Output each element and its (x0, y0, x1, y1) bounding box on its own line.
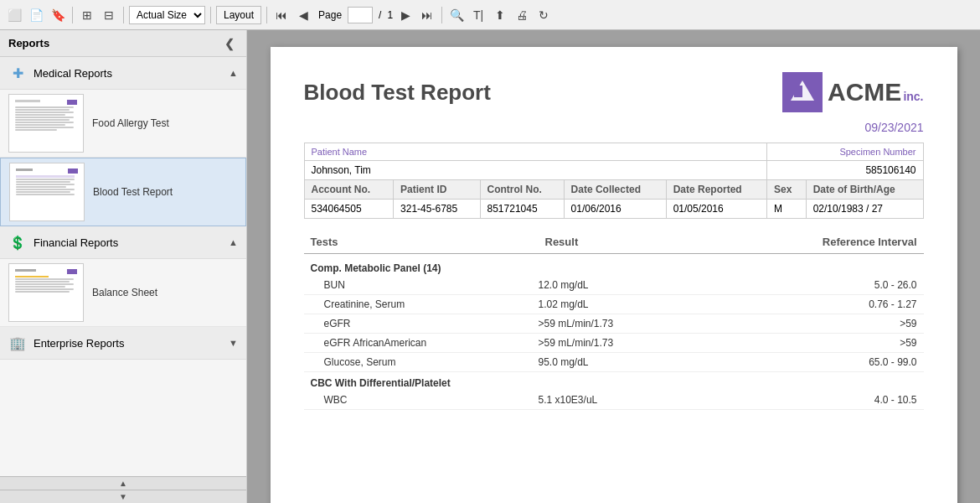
separator-3 (210, 7, 211, 23)
new-button[interactable]: ⬜ (5, 6, 23, 24)
dob-header: Date of Birth/Age (806, 180, 923, 200)
test-ref-creatinine: 0.76 - 1.27 (706, 298, 917, 310)
last-page-button[interactable]: ⏭ (418, 6, 436, 24)
print-button[interactable]: 🖨 (513, 6, 531, 24)
page-total: 1 (387, 9, 393, 21)
report-title: Blood Test Report (304, 80, 491, 106)
scroll-up[interactable]: ▲ (0, 476, 246, 490)
sidebar-close-button[interactable]: ❮ (221, 35, 238, 52)
balance-sheet-thumb[interactable]: Balance Sheet (0, 259, 246, 327)
toolbar: ⬜ 📄 🔖 ⊞ ⊟ Actual Size Layout ⏮ ◀ Page 1 … (0, 0, 980, 30)
prev-page-button[interactable]: ◀ (294, 6, 312, 24)
first-page-button[interactable]: ⏮ (272, 6, 291, 24)
test-result-wbc: 5.1 x10E3/uL (539, 394, 706, 406)
section-financial-left: 💲 Financial Reports (8, 233, 118, 252)
document-viewer[interactable]: Blood Test Report ACME inc. (247, 30, 980, 503)
food-allergy-thumb[interactable]: Food Allergy Test (0, 90, 246, 158)
test-result-egfr: >59 mL/min/1.73 (539, 318, 706, 329)
test-name-creatinine: Creatinine, Serum (324, 298, 539, 310)
section-financial-label: Financial Reports (34, 236, 118, 249)
sidebar-title: Reports (8, 37, 49, 49)
date-reported-value: 01/05/2016 (666, 200, 766, 219)
specimen-label: Specimen Number (767, 143, 924, 161)
date-collected-header: Date Collected (564, 180, 666, 200)
test-name-glucose: Glucose, Serum (324, 356, 539, 368)
blood-test-thumb[interactable]: Blood Test Report (0, 158, 246, 226)
control-no-value: 851721045 (480, 200, 564, 219)
financial-chevron-icon: ▲ (229, 237, 238, 247)
test-row-egfr: eGFR >59 mL/min/1.73 >59 (304, 314, 924, 334)
section-enterprise-label: Enterprise Reports (34, 337, 124, 350)
sex-header: Sex (767, 180, 807, 200)
enterprise-chevron-icon: ▼ (229, 338, 238, 348)
zoom-select[interactable]: Actual Size (129, 6, 205, 24)
test-row-wbc: WBC 5.1 x10E3/uL 4.0 - 10.5 (304, 391, 924, 410)
cbc-section: CBC With Differential/Platelet (304, 372, 924, 391)
report-date: 09/23/2021 (304, 121, 924, 134)
patient-table: Patient Name Specimen Number Johnson, Ti… (304, 143, 924, 219)
date-collected-value: 01/06/2016 (564, 200, 666, 219)
blood-test-label: Blood Test Report (85, 186, 173, 198)
section-medical-header[interactable]: ✚ Medical Reports ▲ (0, 57, 246, 90)
main-area: Reports ❮ ✚ Medical Reports ▲ (0, 30, 980, 503)
test-ref-wbc: 4.0 - 10.5 (706, 394, 917, 406)
acme-icon (782, 72, 823, 112)
balance-sheet-label: Balance Sheet (84, 287, 157, 298)
section-enterprise-header[interactable]: 🏢 Enterprise Reports ▼ (0, 327, 246, 360)
control-no-header: Control No. (480, 180, 564, 200)
scroll-down[interactable]: ▼ (0, 490, 246, 503)
tests-column-header: Tests (311, 236, 545, 248)
patient-name-label: Patient Name (304, 143, 767, 161)
separator-4 (266, 7, 267, 23)
results-header: Tests Result Reference Interval (304, 231, 924, 254)
date-reported-header: Date Reported (666, 180, 766, 200)
patient-name-value: Johnson, Tim (304, 161, 767, 180)
open-button[interactable]: 📄 (27, 6, 45, 24)
text-button[interactable]: T| (469, 6, 487, 24)
share-button[interactable]: ⬆ (491, 6, 509, 24)
test-result-egfr-aa: >59 mL/min/1.73 (539, 337, 706, 349)
medical-chevron-icon: ▲ (229, 68, 238, 78)
financial-icon: 💲 (8, 233, 27, 252)
page-separator: / (376, 9, 384, 21)
result-column-header: Result (545, 236, 713, 248)
refresh-button[interactable]: ↻ (534, 6, 553, 24)
acme-name: ACME inc. (828, 80, 923, 105)
page-input[interactable]: 1 (348, 7, 373, 23)
account-no-header: Account No. (304, 180, 394, 200)
separator-2 (123, 7, 124, 23)
layout-button[interactable]: Layout (216, 6, 261, 24)
bookmark-button[interactable]: 🔖 (49, 6, 67, 24)
grid-button[interactable]: ⊞ (78, 6, 96, 24)
acme-logo-svg (787, 77, 818, 107)
sidebar-header: Reports ❮ (0, 30, 246, 57)
section-financial-header[interactable]: 💲 Financial Reports ▲ (0, 226, 246, 259)
metabolic-panel-section: Comp. Metabolic Panel (14) (304, 257, 924, 276)
test-ref-glucose: 65.0 - 99.0 (706, 356, 917, 368)
section-medical-left: ✚ Medical Reports (8, 64, 112, 82)
grid2-button[interactable]: ⊟ (100, 6, 118, 24)
patient-id-header: Patient ID (394, 180, 480, 200)
next-page-button[interactable]: ▶ (396, 6, 415, 24)
test-row-egfr-aa: eGFR AfricanAmerican >59 mL/min/1.73 >59 (304, 334, 924, 353)
page-label: Page (316, 9, 344, 21)
test-result-bun: 12.0 mg/dL (539, 279, 706, 291)
search-button[interactable]: 🔍 (447, 6, 466, 24)
test-ref-egfr: >59 (706, 318, 917, 329)
reference-column-header: Reference Interval (713, 236, 917, 248)
medical-icon: ✚ (8, 64, 27, 82)
sidebar-body: ✚ Medical Reports ▲ (0, 57, 246, 476)
patient-id-value: 321-45-6785 (394, 200, 480, 219)
document-page: Blood Test Report ACME inc. (271, 47, 957, 503)
test-ref-bun: 5.0 - 26.0 (706, 279, 917, 291)
enterprise-icon: 🏢 (8, 334, 27, 352)
separator-5 (441, 7, 442, 23)
test-row-bun: BUN 12.0 mg/dL 5.0 - 26.0 (304, 276, 924, 295)
test-name-bun: BUN (324, 279, 539, 291)
test-result-creatinine: 1.02 mg/dL (539, 298, 706, 310)
test-result-glucose: 95.0 mg/dL (539, 356, 706, 368)
dob-value: 02/10/1983 / 27 (806, 200, 923, 219)
report-header: Blood Test Report ACME inc. (304, 72, 924, 112)
separator-1 (72, 7, 73, 23)
section-enterprise-left: 🏢 Enterprise Reports (8, 334, 124, 352)
